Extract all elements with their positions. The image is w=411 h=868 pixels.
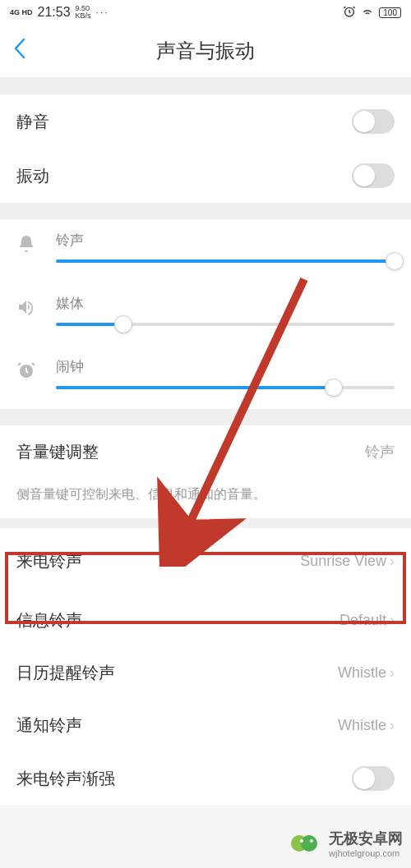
alarm-volume-slider[interactable]: [56, 386, 395, 389]
calendar-ringtone-row[interactable]: 日历提醒铃声 Whistle ›: [0, 646, 411, 699]
watermark-url: wjhotelgroup.com: [329, 848, 403, 858]
svg-point-4: [301, 835, 317, 852]
speaker-icon: [16, 297, 39, 322]
alarm-volume-label: 闹钟: [56, 357, 395, 376]
page-header: 声音与振动: [0, 25, 411, 78]
message-ringtone-label: 信息铃声: [16, 609, 82, 631]
alarm-icon: [343, 5, 356, 21]
volume-key-row[interactable]: 音量键调整 铃声: [0, 425, 411, 478]
incoming-ringtone-row[interactable]: 来电铃声 Sunrise View ›: [0, 528, 411, 594]
message-ringtone-value: Default: [339, 612, 386, 629]
notification-ringtone-label: 通知铃声: [16, 714, 82, 737]
media-volume-slider[interactable]: [56, 323, 395, 326]
calendar-ringtone-value: Whistle: [338, 664, 386, 682]
watermark: 无极安卓网 wjhotelgroup.com: [289, 827, 403, 860]
media-volume-row: 媒体: [0, 282, 411, 346]
chevron-right-icon: ›: [390, 717, 395, 734]
fade-in-toggle[interactable]: [352, 766, 395, 791]
volume-key-label: 音量键调整: [16, 441, 99, 463]
chevron-right-icon: ›: [390, 553, 395, 570]
mute-toggle[interactable]: [352, 109, 395, 134]
vibrate-row[interactable]: 振动: [0, 149, 411, 203]
fade-in-row[interactable]: 来电铃声渐强: [0, 751, 411, 806]
incoming-ringtone-label: 来电铃声: [16, 550, 82, 572]
bell-icon: [16, 234, 39, 259]
ringtone-volume-slider[interactable]: [56, 259, 395, 263]
chevron-right-icon: ›: [390, 664, 395, 682]
notification-ringtone-value: Whistle: [338, 717, 386, 734]
svg-point-5: [300, 839, 303, 843]
status-bar: 4G HD 21:53 9.50 KB/s ··· 100: [0, 0, 411, 25]
mute-label: 静音: [16, 111, 49, 133]
watermark-logo-icon: [289, 827, 322, 860]
media-volume-label: 媒体: [56, 294, 395, 313]
incoming-ringtone-value: Sunrise View: [300, 553, 386, 570]
battery-indicator: 100: [379, 7, 401, 18]
mute-row[interactable]: 静音: [0, 94, 411, 149]
page-title: 声音与振动: [0, 38, 411, 64]
ringtone-volume-row: 铃声: [0, 219, 411, 282]
more-icon: ···: [96, 7, 109, 18]
notification-ringtone-row[interactable]: 通知铃声 Whistle ›: [0, 699, 411, 751]
network-indicator: 4G HD: [10, 8, 33, 16]
volume-key-hint: 侧音量键可控制来电、信息和通知的音量。: [0, 478, 411, 518]
svg-point-6: [310, 839, 313, 843]
vibrate-toggle[interactable]: [352, 163, 395, 188]
chevron-right-icon: ›: [390, 612, 395, 629]
message-ringtone-row[interactable]: 信息铃声 Default ›: [0, 594, 411, 646]
volume-key-value: 铃声: [365, 442, 395, 462]
alarm-volume-row: 闹钟: [0, 346, 411, 409]
wifi-icon: [361, 5, 374, 21]
network-speed: 9.50 KB/s: [76, 5, 91, 20]
ringtone-volume-label: 铃声: [56, 231, 395, 250]
calendar-ringtone-label: 日历提醒铃声: [16, 662, 115, 684]
back-button[interactable]: [13, 38, 26, 65]
vibrate-label: 振动: [16, 165, 49, 187]
watermark-title: 无极安卓网: [329, 829, 403, 848]
clock-icon: [16, 361, 39, 385]
status-time: 21:53: [38, 5, 71, 20]
fade-in-label: 来电铃声渐强: [16, 768, 115, 790]
